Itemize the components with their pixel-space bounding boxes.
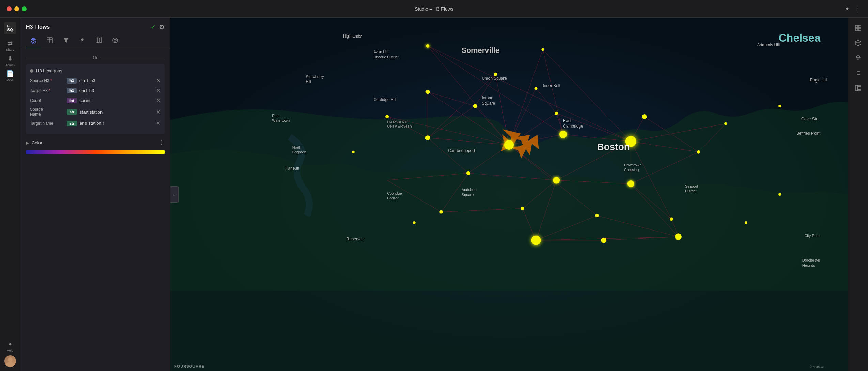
field-source-h3: Source H3 * h3 start_h3 ✕: [30, 77, 160, 84]
color-section: ▶ Color ⋮: [26, 138, 165, 154]
svg-point-84: [697, 150, 700, 154]
panel-header: H3 Flows ✓ ⚙: [20, 18, 170, 31]
h3-section-header: H3 hexagons: [30, 68, 160, 73]
source-name-type-badge: str: [67, 109, 77, 115]
or-text: Or: [93, 55, 97, 60]
color-section-row[interactable]: ▶ Color ⋮: [26, 138, 165, 147]
layer-panel: H3 Flows ✓ ⚙: [20, 18, 170, 371]
svg-point-83: [625, 136, 636, 147]
svg-rect-112: [855, 85, 858, 91]
svg-rect-103: [855, 28, 858, 31]
share-icon: ⇄: [7, 40, 13, 47]
user-avatar[interactable]: [4, 355, 16, 367]
right-sidebar-list-icon[interactable]: [852, 67, 864, 79]
svg-point-75: [425, 90, 430, 94]
target-name-type-badge: str: [67, 121, 77, 126]
svg-rect-102: [858, 25, 861, 28]
app-logo: F SQ: [4, 22, 16, 34]
svg-point-88: [352, 151, 355, 153]
svg-point-9: [114, 39, 116, 41]
target-h3-remove-button[interactable]: ✕: [156, 87, 160, 94]
tab-effects[interactable]: [75, 34, 90, 48]
logo-sq: SQ: [7, 28, 13, 32]
svg-point-92: [670, 218, 673, 221]
tab-filter[interactable]: [59, 34, 74, 48]
right-sidebar-grid-icon[interactable]: [852, 22, 864, 34]
foursquare-watermark: FOURSQUARE: [174, 364, 204, 368]
svg-point-85: [466, 171, 470, 175]
svg-point-77: [555, 112, 558, 115]
tab-interaction[interactable]: [108, 34, 123, 48]
svg-point-78: [642, 114, 647, 119]
color-gradient-bar: [26, 150, 165, 154]
tab-layers[interactable]: [26, 34, 41, 48]
h3-section-title: H3 hexagons: [36, 68, 62, 73]
close-button[interactable]: [7, 6, 12, 11]
target-name-remove-button[interactable]: ✕: [156, 120, 160, 127]
count-remove-button[interactable]: ✕: [156, 97, 160, 104]
panel-header-icons: ✓ ⚙: [151, 23, 165, 31]
window-title: Studio – H3 Flows: [415, 6, 453, 12]
svg-rect-101: [855, 25, 858, 28]
svg-point-79: [385, 115, 389, 118]
maximize-button[interactable]: [22, 6, 27, 11]
target-name-label: Target Name: [30, 121, 64, 126]
source-h3-value: start_h3: [79, 78, 153, 83]
map-network-svg: [170, 18, 848, 371]
svg-point-72: [541, 48, 544, 51]
export-label: Export: [5, 63, 14, 66]
svg-point-82: [559, 131, 567, 138]
map-canvas: Highlands• Avon HillHistoric District So…: [170, 18, 848, 371]
title-bar-right: ✦ ⋮: [844, 5, 861, 13]
panel-title: H3 Flows: [26, 24, 50, 30]
right-sidebar-diamond-icon[interactable]: [852, 52, 864, 64]
svg-point-8: [113, 38, 118, 43]
svg-point-95: [675, 233, 682, 240]
svg-rect-116: [858, 89, 861, 91]
check-circle-icon[interactable]: ✓: [151, 23, 156, 31]
field-target-h3: Target H3 * h3 end_h3 ✕: [30, 87, 160, 94]
sidebar-item-help[interactable]: ✦ Help: [4, 340, 16, 353]
tab-table[interactable]: [42, 34, 57, 48]
map-area[interactable]: ‹: [170, 18, 848, 371]
puzzle-icon[interactable]: ✦: [844, 5, 850, 13]
export-icon: ⬇: [7, 55, 13, 62]
color-more-icon[interactable]: ⋮: [159, 139, 165, 146]
svg-point-76: [473, 104, 477, 108]
svg-point-1: [6, 362, 14, 367]
source-h3-remove-button[interactable]: ✕: [156, 77, 160, 84]
settings-icon[interactable]: ⚙: [159, 23, 165, 31]
help-icon: ✦: [7, 341, 13, 348]
svg-point-81: [504, 140, 514, 150]
svg-point-91: [595, 214, 599, 217]
source-h3-type-badge: h3: [67, 78, 77, 84]
source-name-remove-button[interactable]: ✕: [156, 109, 160, 115]
svg-point-89: [439, 210, 443, 214]
window-controls[interactable]: [7, 6, 27, 11]
mapbox-attribution: © Mapbox: [810, 365, 824, 368]
docs-icon: 📄: [6, 70, 14, 77]
sidebar-item-share[interactable]: ⇄ Share: [4, 40, 16, 52]
count-value: count: [79, 98, 153, 103]
main-layout: F SQ ⇄ Share ⬇ Export 📄 Docs ✦ Help: [0, 18, 868, 371]
sidebar-item-docs[interactable]: 📄 Docs: [4, 70, 16, 82]
field-count: Count int count ✕: [30, 97, 160, 104]
divider-line-left: [26, 58, 90, 58]
sidebar-item-export[interactable]: ⬇ Export: [4, 55, 16, 67]
right-sidebar-table-icon[interactable]: [852, 82, 864, 94]
docs-label: Docs: [6, 78, 14, 81]
source-name-value: start station: [80, 109, 153, 115]
target-h3-required: *: [49, 88, 50, 93]
panel-collapse-button[interactable]: ‹: [170, 186, 179, 203]
source-name-label: SourceName: [30, 107, 64, 117]
color-expand-arrow: ▶: [26, 140, 29, 145]
svg-point-87: [627, 180, 634, 187]
divider-line-right: [100, 58, 165, 58]
tab-map[interactable]: [91, 34, 106, 48]
menu-icon[interactable]: ⋮: [855, 5, 861, 13]
right-sidebar-cube-icon[interactable]: [852, 37, 864, 49]
source-h3-required: *: [50, 78, 52, 83]
minimize-button[interactable]: [14, 6, 19, 11]
title-bar: Studio – H3 Flows ✦ ⋮: [0, 0, 868, 18]
svg-point-73: [494, 73, 497, 76]
